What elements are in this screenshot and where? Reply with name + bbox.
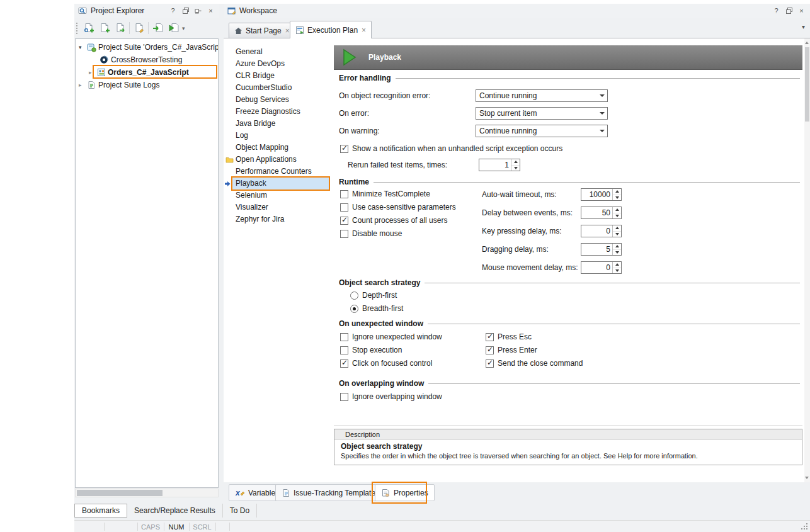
press-esc-checkbox[interactable]: Press Esc xyxy=(486,332,532,342)
close-tab-icon[interactable]: × xyxy=(362,26,366,35)
toolbar-overflow-chevron[interactable]: ▾ xyxy=(182,25,185,31)
on-warning-combobox[interactable]: Continue running xyxy=(476,125,608,137)
close-icon[interactable]: × xyxy=(206,6,215,16)
add-project-suite-button[interactable] xyxy=(81,21,96,36)
spin-up-icon[interactable] xyxy=(613,189,621,195)
minimize-testcomplete-checkbox[interactable]: Minimize TestComplete xyxy=(340,189,430,199)
depth-first-radio[interactable]: Depth-first xyxy=(350,290,397,300)
settings-item-visualizer[interactable]: Visualizer xyxy=(224,201,330,213)
add-new-project-button[interactable] xyxy=(96,21,112,36)
spin-down-icon[interactable] xyxy=(613,268,621,274)
settings-item-general[interactable]: General xyxy=(224,46,330,58)
chevron-down-icon[interactable] xyxy=(596,125,607,137)
key-pressing-delay-spinner[interactable]: 0 xyxy=(581,225,622,237)
disable-mouse-checkbox[interactable]: Disable mouse xyxy=(340,229,402,239)
toolbar-drag-handle[interactable] xyxy=(76,23,79,34)
checkbox-box[interactable] xyxy=(486,333,494,341)
radio-circle[interactable] xyxy=(350,305,358,313)
import-project-button[interactable] xyxy=(150,21,166,36)
chevron-down-icon[interactable] xyxy=(596,108,607,119)
settings-item-cucumberstudio[interactable]: CucumberStudio xyxy=(224,82,330,94)
spin-down-icon[interactable] xyxy=(613,250,621,256)
ignore-overlapping-window-checkbox[interactable]: Ignore overlapping window xyxy=(340,392,442,402)
checkbox-box[interactable] xyxy=(340,145,348,153)
tab-to-do[interactable]: To Do xyxy=(223,504,257,518)
tree-item-crossbrowsertesting[interactable]: CrossBrowserTesting xyxy=(76,54,218,66)
checkbox-box[interactable] xyxy=(486,359,494,368)
settings-item-azure-devops[interactable]: Azure DevOps xyxy=(224,58,330,70)
spin-down-icon[interactable] xyxy=(613,213,621,219)
spin-up-icon[interactable] xyxy=(613,225,621,232)
run-project-button[interactable] xyxy=(166,21,181,36)
auto-wait-timeout-spinner[interactable]: 10000 xyxy=(581,188,622,201)
checkbox-box[interactable] xyxy=(340,230,348,238)
help-icon[interactable]: ? xyxy=(772,6,781,16)
dragging-delay-spinner[interactable]: 5 xyxy=(581,243,622,256)
settings-item-log[interactable]: Log xyxy=(224,130,330,142)
show-notification-checkbox[interactable]: Show a notification when an unhandled sc… xyxy=(340,144,562,154)
spin-up-icon[interactable] xyxy=(613,207,621,213)
expand-icon[interactable]: ▸ xyxy=(79,79,82,91)
vertical-scrollbar[interactable] xyxy=(804,38,810,482)
ignore-unexpected-window-checkbox[interactable]: Ignore unexpected window xyxy=(340,332,442,342)
resize-grip[interactable] xyxy=(800,522,810,532)
spin-up-icon[interactable] xyxy=(511,159,520,166)
tab-execution-plan[interactable]: Execution Plan × xyxy=(290,21,372,38)
tab-start-page[interactable]: Start Page × xyxy=(229,23,295,38)
horizontal-scrollbar[interactable] xyxy=(75,489,219,497)
breadth-first-radio[interactable]: Breadth-first xyxy=(350,303,403,314)
collapse-icon[interactable]: ▾ xyxy=(79,41,82,54)
radio-circle[interactable] xyxy=(350,291,358,300)
spin-down-icon[interactable] xyxy=(613,232,621,237)
checkbox-box[interactable] xyxy=(340,393,348,401)
spin-up-icon[interactable] xyxy=(613,244,621,250)
restore-icon[interactable] xyxy=(784,6,794,16)
chevron-down-icon[interactable] xyxy=(596,90,607,101)
on-object-recognition-error-combobox[interactable]: Continue running xyxy=(476,89,608,102)
tree-item-project-suite-logs[interactable]: ▸ Project Suite Logs xyxy=(76,79,218,91)
tree-item-orders-project[interactable]: ▸ Orders_C#_JavaScript xyxy=(76,66,218,79)
scroll-up-icon[interactable] xyxy=(805,42,809,44)
spin-up-icon[interactable] xyxy=(613,262,621,268)
settings-item-playback[interactable]: Playback xyxy=(232,178,329,190)
open-file-button[interactable] xyxy=(112,21,128,36)
settings-item-clr-bridge[interactable]: CLR Bridge xyxy=(224,70,330,82)
mouse-movement-delay-spinner[interactable]: 0 xyxy=(581,261,622,274)
checkbox-box[interactable] xyxy=(340,359,348,368)
count-processes-checkbox[interactable]: Count processes of all users xyxy=(340,215,447,225)
close-tab-icon[interactable]: × xyxy=(285,26,290,35)
tree-item-project-suite[interactable]: ▾ Project Suite 'Orders_C#_JavaScript' (… xyxy=(76,41,218,54)
checkbox-box[interactable] xyxy=(340,346,348,354)
case-sensitive-parameters-checkbox[interactable]: Use case-sensitive parameters xyxy=(340,202,456,212)
tab-overflow-chevron[interactable]: ▾ xyxy=(802,23,805,30)
restore-icon[interactable] xyxy=(181,6,190,16)
settings-item-freeze-diagnostics[interactable]: Freeze Diagnostics xyxy=(224,106,330,118)
tab-properties[interactable]: Properties xyxy=(375,484,435,501)
help-icon[interactable]: ? xyxy=(168,6,178,16)
settings-item-performance-counters[interactable]: Performance Counters xyxy=(224,166,330,178)
settings-item-debug-services[interactable]: Debug Services xyxy=(224,94,330,106)
settings-item-open-applications[interactable]: Open Applications xyxy=(224,154,330,166)
checkbox-box[interactable] xyxy=(340,190,348,198)
scrollbar-thumb[interactable] xyxy=(805,47,809,122)
settings-item-java-bridge[interactable]: Java Bridge xyxy=(224,118,330,130)
scroll-down-icon[interactable] xyxy=(805,477,809,479)
checkbox-box[interactable] xyxy=(340,333,348,341)
rerun-times-spinner[interactable]: 1 xyxy=(479,159,520,171)
settings-item-selenium[interactable]: Selenium xyxy=(224,190,330,201)
spin-down-icon[interactable] xyxy=(511,166,520,171)
tab-search-replace-results[interactable]: Search/Replace Results xyxy=(127,504,223,518)
press-enter-checkbox[interactable]: Press Enter xyxy=(486,345,537,355)
click-on-focused-control-checkbox[interactable]: Click on focused control xyxy=(340,358,432,368)
close-icon[interactable]: × xyxy=(797,6,806,16)
expand-icon[interactable]: ▸ xyxy=(89,66,92,79)
send-close-command-checkbox[interactable]: Send the close command xyxy=(486,358,583,368)
add-existing-item-button[interactable] xyxy=(131,21,147,36)
settings-item-object-mapping[interactable]: Object Mapping xyxy=(224,142,330,154)
checkbox-box[interactable] xyxy=(486,346,494,354)
checkbox-box[interactable] xyxy=(340,203,348,212)
settings-item-zephyr-for-jira[interactable]: Zephyr for Jira xyxy=(224,213,330,225)
scrollbar-thumb[interactable] xyxy=(77,490,163,496)
on-error-combobox[interactable]: Stop current item xyxy=(476,107,608,120)
tab-bookmarks[interactable]: Bookmarks xyxy=(74,504,127,518)
